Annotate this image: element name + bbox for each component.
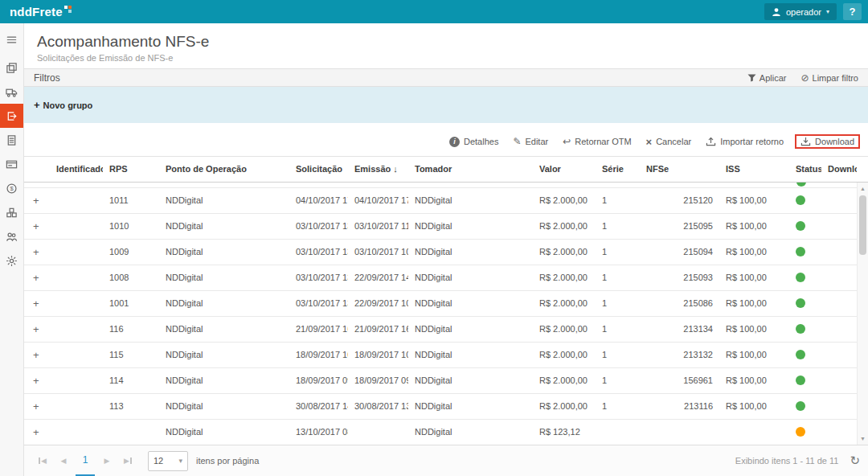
header-download[interactable]: Download xyxy=(821,157,857,182)
row-expand-button[interactable]: + xyxy=(24,265,50,290)
table-row[interactable]: + 1010 NDDigital 03/10/2017 13:... 03/10… xyxy=(24,214,868,240)
header-tomador[interactable]: Tomador xyxy=(408,157,533,182)
sidebar-item-cargo[interactable] xyxy=(0,200,23,224)
table-row[interactable]: + 113 NDDigital 30/08/2017 14:... 30/08/… xyxy=(24,394,868,420)
detalhes-button[interactable]: i Detalhes xyxy=(449,137,498,147)
cell-ponto-de-operacao: NDDigital xyxy=(159,368,289,393)
cell-identificador xyxy=(50,188,103,213)
prev-page-button[interactable]: ◀ xyxy=(53,445,74,476)
table-row[interactable]: + 1001 NDDigital 03/10/2017 13:... 22/09… xyxy=(24,291,868,317)
table-row[interactable] xyxy=(24,183,868,188)
cell-iss: R$ 100,00 xyxy=(719,291,789,316)
row-expand-button[interactable]: + xyxy=(24,343,50,367)
cell-identificador xyxy=(50,394,103,419)
cell-serie: 1 xyxy=(596,394,640,419)
cell-download xyxy=(821,240,857,265)
new-group-button[interactable]: + Novo grupo xyxy=(34,99,92,111)
header-identificador[interactable]: Identificador xyxy=(50,157,103,182)
row-expand-button[interactable]: + xyxy=(24,394,50,419)
header-nfse[interactable]: NFSe xyxy=(640,157,719,182)
header-valor[interactable]: Valor xyxy=(533,157,596,182)
table-row[interactable]: + 116 NDDigital 21/09/2017 16:... 21/09/… xyxy=(24,317,868,343)
gear-icon xyxy=(6,255,18,267)
clear-filter-button[interactable]: ⊘ Limpar filtro xyxy=(800,73,858,83)
header-emissao[interactable]: Emissão↓ xyxy=(348,157,408,182)
first-page-button[interactable]: ◀ xyxy=(32,445,53,476)
table-row[interactable]: + NDDigital 13/10/2017 08:... NDDigital … xyxy=(24,420,868,445)
table-row[interactable]: + 1009 NDDigital 03/10/2017 13:... 03/10… xyxy=(24,240,868,265)
refresh-icon[interactable]: ↻ xyxy=(850,453,860,468)
users-icon xyxy=(6,231,18,243)
cell-valor: R$ 2.000,00 xyxy=(533,343,596,367)
next-page-button[interactable]: ▶ xyxy=(96,445,117,476)
scroll-up-icon[interactable]: ▲ xyxy=(858,183,868,194)
row-expand-button[interactable]: + xyxy=(24,291,50,316)
header-rps[interactable]: RPS xyxy=(103,157,159,182)
cell-download xyxy=(821,291,857,316)
download-button[interactable]: Download xyxy=(795,134,860,149)
header-status[interactable]: Status xyxy=(789,157,821,182)
row-expand-button[interactable]: + xyxy=(24,317,50,342)
sidebar-item-menu[interactable] xyxy=(0,27,23,51)
cell-ponto-de-operacao: NDDigital xyxy=(159,394,289,419)
cell-iss: R$ 100,00 xyxy=(719,214,789,239)
last-page-button[interactable]: ▶ xyxy=(117,445,138,476)
vertical-scrollbar[interactable]: ▲ ▼ xyxy=(857,183,868,445)
cell-ponto-de-operacao: NDDigital xyxy=(159,291,289,316)
row-expand-button[interactable]: + xyxy=(24,240,50,265)
cell-ponto-de-operacao: NDDigital xyxy=(159,240,289,265)
cell-rps: 115 xyxy=(103,343,159,367)
table-row[interactable]: + 115 NDDigital 18/09/2017 10:... 18/09/… xyxy=(24,343,868,368)
return-icon: ↩ xyxy=(563,137,571,146)
sidebar-item-nfse-export[interactable] xyxy=(0,104,23,128)
cell-identificador xyxy=(50,291,103,316)
cell-status xyxy=(789,291,821,316)
cell-rps: 113 xyxy=(103,394,159,419)
cell-tomador: NDDigital xyxy=(408,368,533,393)
sidebar-item-settings[interactable] xyxy=(0,248,23,273)
cell-serie: 1 xyxy=(596,343,640,367)
scrollbar-thumb[interactable] xyxy=(859,195,866,255)
row-expand-button[interactable]: + xyxy=(24,368,50,393)
table-row[interactable]: + 1011 NDDigital 04/10/2017 17:... 04/10… xyxy=(24,188,868,214)
page-size-dropdown[interactable]: 12 ▾ xyxy=(148,451,188,471)
cell-rps xyxy=(103,183,159,187)
row-expand-button[interactable] xyxy=(24,183,50,187)
cell-emissao: 21/09/2017 16:... xyxy=(348,317,408,342)
editar-button[interactable]: ✎ Editar xyxy=(513,137,548,146)
cell-rps: 1008 xyxy=(103,265,159,290)
header-solicitacao[interactable]: Solicitação xyxy=(289,157,348,182)
row-expand-button[interactable]: + xyxy=(24,214,50,239)
header-iss[interactable]: ISS xyxy=(719,157,789,182)
cargo-boxes-icon xyxy=(6,207,18,219)
table-body: + 1011 NDDigital 04/10/2017 17:... 04/10… xyxy=(24,183,868,445)
cancelar-button[interactable]: × Cancelar xyxy=(646,137,692,147)
sidebar-item-users[interactable] xyxy=(0,224,23,248)
header-serie[interactable]: Série xyxy=(596,157,640,182)
table-row[interactable]: + 1008 NDDigital 03/10/2017 13:... 22/09… xyxy=(24,265,868,291)
cell-valor: R$ 2.000,00 xyxy=(533,214,596,239)
apply-filter-button[interactable]: Aplicar xyxy=(747,73,787,83)
scroll-down-icon[interactable]: ▼ xyxy=(858,433,868,444)
sidebar-item-documents[interactable] xyxy=(0,55,23,80)
cell-rps: 1001 xyxy=(103,291,159,316)
retornar-otm-button[interactable]: ↩ Retornar OTM xyxy=(563,137,631,146)
header-ponto-de-operacao[interactable]: Ponto de Operação xyxy=(159,157,289,182)
row-expand-button[interactable]: + xyxy=(24,188,50,213)
sidebar-item-billing[interactable] xyxy=(0,152,23,176)
sidebar-item-report[interactable] xyxy=(0,128,23,152)
cell-valor: R$ 2.000,00 xyxy=(533,368,596,393)
documents-icon xyxy=(6,62,18,74)
help-button[interactable]: ? xyxy=(843,3,862,20)
cell-tomador xyxy=(408,183,533,187)
table-row[interactable]: + 114 NDDigital 18/09/2017 09:... 18/09/… xyxy=(24,368,868,394)
sidebar-item-currency[interactable]: $ xyxy=(0,176,23,200)
user-menu-button[interactable]: operador ▾ xyxy=(764,3,837,20)
row-expand-button[interactable]: + xyxy=(24,420,50,445)
cell-identificador xyxy=(50,317,103,342)
sidebar-item-truck[interactable] xyxy=(0,80,23,104)
importar-retorno-button[interactable]: Importar retorno xyxy=(706,137,784,146)
cell-iss: R$ 100,00 xyxy=(719,188,789,213)
cell-identificador xyxy=(50,183,103,187)
current-page[interactable]: 1 xyxy=(76,445,95,476)
